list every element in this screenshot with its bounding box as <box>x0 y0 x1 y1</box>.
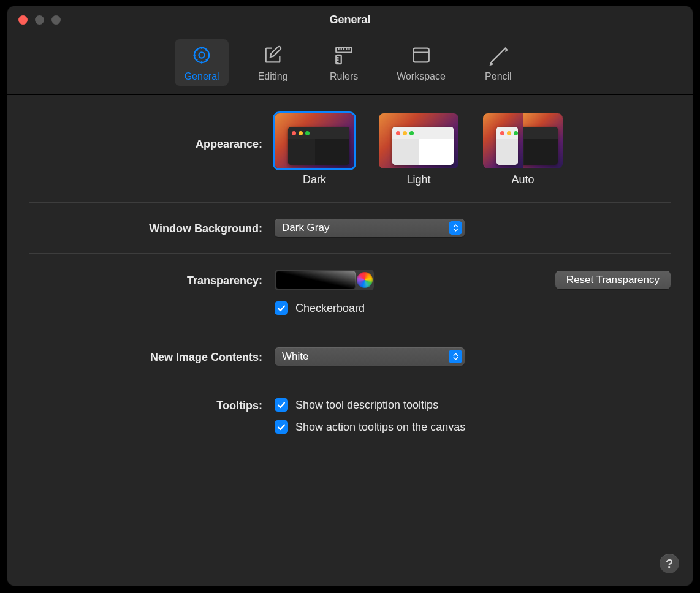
close-window-button[interactable] <box>18 15 28 25</box>
tooltips-label: Tooltips: <box>29 398 262 412</box>
tab-label: Pencil <box>485 71 512 82</box>
gear-icon <box>191 44 213 66</box>
svg-point-0 <box>199 52 205 58</box>
appearance-caption: Dark <box>303 173 326 186</box>
tab-general[interactable]: General <box>175 39 229 86</box>
window-title: General <box>7 13 693 26</box>
appearance-thumb-dark <box>275 113 354 168</box>
show-tool-description-checkbox[interactable] <box>275 398 288 412</box>
edit-square-icon <box>262 44 284 66</box>
reset-transparency-button[interactable]: Reset Transparency <box>555 271 671 289</box>
tooltip-checkbox-label: Show tool description tooltips <box>295 399 438 412</box>
question-mark-icon: ? <box>666 557 673 571</box>
minimize-window-button[interactable] <box>35 15 44 25</box>
appearance-thumb-auto <box>483 113 563 168</box>
show-action-tooltips-checkbox[interactable] <box>275 420 288 434</box>
appearance-caption: Light <box>406 173 430 186</box>
svg-rect-4 <box>413 48 429 62</box>
tab-label: Rulers <box>330 71 358 82</box>
appearance-label: Appearance: <box>29 113 262 151</box>
window-icon <box>410 44 432 66</box>
ruler-icon <box>333 44 355 66</box>
tab-editing[interactable]: Editing <box>246 39 300 86</box>
svg-point-1 <box>194 48 209 62</box>
zoom-window-button[interactable] <box>51 15 61 25</box>
pencil-icon <box>487 44 509 66</box>
divider <box>29 331 671 331</box>
tab-rulers[interactable]: Rulers <box>317 39 371 86</box>
chevron-updown-icon <box>449 350 462 363</box>
window-background-label: Window Background: <box>29 221 262 235</box>
tooltip-checkbox-label: Show action tooltips on the canvas <box>295 421 465 434</box>
appearance-option-light[interactable]: Light <box>379 113 458 186</box>
appearance-caption: Auto <box>511 173 534 186</box>
new-image-contents-label: New Image Contents: <box>29 350 262 364</box>
divider <box>29 382 671 382</box>
tab-workspace[interactable]: Workspace <box>388 39 454 86</box>
popup-value: White <box>282 350 308 363</box>
tab-label: Editing <box>258 71 288 82</box>
window-background-popup[interactable]: Dark Gray <box>275 219 465 237</box>
divider <box>29 202 671 203</box>
help-button[interactable]: ? <box>660 554 679 573</box>
preferences-window: General General Editing <box>7 6 693 586</box>
color-picker-icon[interactable] <box>357 272 373 288</box>
popup-value: Dark Gray <box>282 222 329 234</box>
window-controls <box>18 15 61 25</box>
tab-label: General <box>185 71 219 82</box>
titlebar: General <box>7 6 693 33</box>
new-image-contents-popup[interactable]: White <box>275 347 465 366</box>
appearance-option-dark[interactable]: Dark <box>275 113 354 186</box>
transparency-label: Transparency: <box>29 273 262 287</box>
prefs-content: Appearance: Dark <box>7 95 693 586</box>
checkerboard-label: Checkerboard <box>295 302 365 315</box>
prefs-toolbar: General Editing Rulers <box>7 33 693 95</box>
appearance-thumb-light <box>379 113 458 168</box>
divider <box>29 450 671 450</box>
tab-pencil[interactable]: Pencil <box>471 39 525 86</box>
divider <box>29 253 671 254</box>
checkerboard-checkbox[interactable] <box>275 301 288 315</box>
tab-label: Workspace <box>397 71 446 82</box>
appearance-options: Dark Light <box>275 113 671 186</box>
transparency-gradient-well[interactable] <box>276 271 356 289</box>
appearance-option-auto[interactable]: Auto <box>483 113 563 186</box>
chevron-updown-icon <box>449 221 462 235</box>
